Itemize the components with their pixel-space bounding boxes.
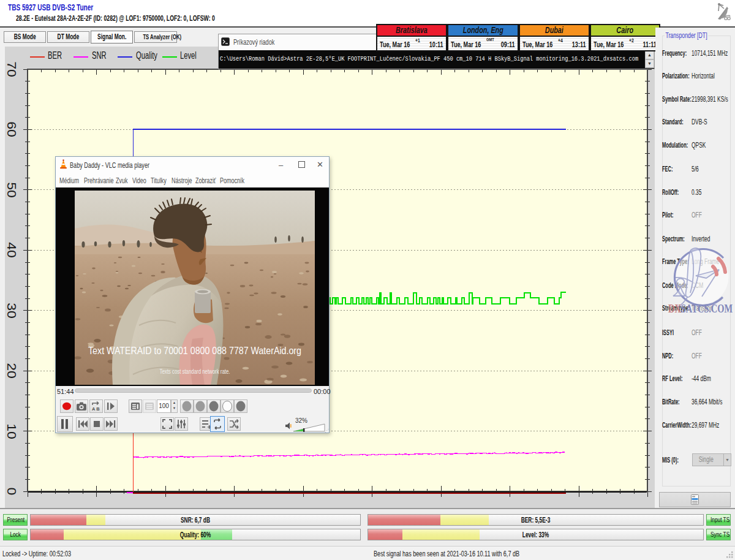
- svg-text:Texts cost standard network ra: Texts cost standard network rate.: [160, 368, 230, 375]
- svg-text:Text WATERAID to 70001 0800: Text WATERAID to 70001 0800 088 7787 Wat…: [88, 345, 301, 356]
- svg-text:DXSATCS.COM: DXSATCS.COM: [668, 303, 733, 315]
- svg-text:A B: A B: [92, 406, 100, 412]
